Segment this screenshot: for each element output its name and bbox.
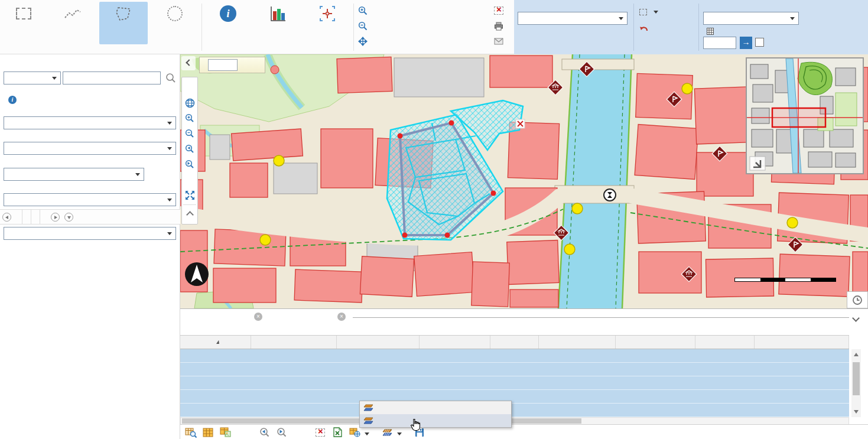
ich-will-input[interactable]: [208, 59, 238, 71]
zoom-position-button[interactable]: [304, 2, 351, 44]
auswahl-dropdown[interactable]: [4, 227, 176, 240]
table-row[interactable]: [180, 376, 849, 390]
full-extent-button[interactable]: [183, 187, 197, 203]
ansicht-dropdown[interactable]: [4, 116, 176, 129]
snap-checkbox[interactable]: [755, 38, 764, 47]
column-header[interactable]: [337, 336, 420, 349]
ribbon-toolbar: i: [0, 0, 868, 54]
scrollbar-thumb[interactable]: [853, 362, 860, 395]
pan-extent-button[interactable]: [358, 35, 370, 47]
close-tab-icon[interactable]: [337, 313, 346, 321]
column-header[interactable]: [539, 336, 616, 349]
map-viewport[interactable]: [180, 54, 868, 308]
tabs-scroll-right-button[interactable]: [51, 213, 60, 222]
chevron-down-icon[interactable]: [397, 427, 403, 438]
previous-extent-button[interactable]: [183, 141, 197, 157]
zoom-to-selection-icon[interactable]: [184, 426, 198, 439]
collapse-toolbar-button[interactable]: [183, 207, 197, 222]
polyline-selection-button[interactable]: [47, 2, 98, 44]
grid-icon[interactable]: [707, 28, 714, 35]
round-building: [271, 66, 279, 74]
column-header[interactable]: [180, 336, 251, 349]
scroll-up-icon[interactable]: [854, 353, 859, 356]
tabs-overflow-button[interactable]: [64, 213, 73, 222]
excel-export-icon[interactable]: [330, 426, 344, 439]
info-icon[interactable]: i: [8, 96, 17, 104]
massstab-dropdown[interactable]: [4, 193, 176, 206]
bus-stop-icon: [682, 83, 693, 94]
search-icon[interactable]: [165, 73, 176, 83]
tab-themenbaum[interactable]: [22, 209, 31, 225]
table-row[interactable]: [180, 349, 849, 363]
identify-button[interactable]: i: [204, 2, 252, 44]
boxselektion-button[interactable]: [1, 2, 46, 44]
attribute-table-icon[interactable]: [201, 426, 215, 439]
history-clock-button[interactable]: [847, 291, 868, 308]
send-map-button[interactable]: [494, 35, 506, 47]
column-header[interactable]: [755, 336, 849, 349]
scroll-down-icon[interactable]: [854, 410, 859, 414]
table-row[interactable]: [180, 404, 849, 417]
table-image-icon[interactable]: [218, 426, 232, 439]
scale-bar: [734, 277, 836, 282]
overview-map[interactable]: [746, 57, 864, 174]
zoom-in-extent-button[interactable]: [358, 5, 370, 17]
forward-arrow-icon[interactable]: [291, 426, 305, 439]
next-extent-button[interactable]: [183, 157, 197, 172]
center-map-button[interactable]: [183, 172, 197, 187]
chevron-down-icon: [167, 199, 172, 201]
polygon-icon: [115, 5, 132, 22]
clear-selection-icon[interactable]: [313, 426, 327, 439]
distanz-input[interactable]: [703, 37, 736, 49]
vertical-scrollbar[interactable]: [851, 349, 861, 417]
zuruecksetzen-button[interactable]: [639, 22, 651, 34]
next-record-icon[interactable]: [274, 426, 288, 439]
tab-themen-clipped[interactable]: [40, 209, 48, 225]
tab-suchen[interactable]: [14, 209, 22, 225]
column-header[interactable]: [251, 336, 337, 349]
apply-distance-button[interactable]: →: [740, 37, 752, 49]
tabs-scroll-left-button[interactable]: [2, 213, 11, 222]
table-row[interactable]: [180, 363, 849, 376]
globe-button[interactable]: [183, 95, 197, 110]
collapse-panel-button[interactable]: [853, 313, 859, 323]
refresh-button[interactable]: [183, 80, 197, 95]
grundkarten-dropdown[interactable]: [4, 142, 176, 155]
clear-selection-ribbon-button[interactable]: [494, 5, 506, 17]
close-tab-icon[interactable]: [254, 313, 262, 321]
crosshair-icon: [318, 5, 336, 22]
table-row[interactable]: [180, 390, 849, 404]
raster-query-button[interactable]: [254, 2, 301, 44]
theme-filter-dropdown[interactable]: [4, 71, 61, 84]
sidebar-collapse-button[interactable]: [181, 56, 196, 70]
previous-record-icon[interactable]: [257, 426, 271, 439]
circle-selection-button[interactable]: [149, 2, 201, 44]
zoom-out-button[interactable]: [183, 126, 197, 141]
column-header[interactable]: [420, 336, 490, 349]
tab-legende[interactable]: [31, 209, 40, 225]
print-button[interactable]: [494, 20, 506, 32]
ich-will-widget[interactable]: [199, 57, 265, 73]
bus-stop-icon: [260, 235, 271, 245]
zoom-in-button[interactable]: [183, 110, 197, 126]
polyline-icon: [64, 7, 82, 20]
selektieren-button[interactable]: [639, 6, 658, 18]
hand-cursor: [410, 418, 421, 434]
column-header[interactable]: [695, 336, 755, 349]
fangprofil-dropdown[interactable]: [703, 12, 799, 25]
info-icon: i: [220, 5, 236, 22]
menu-item-export-dwg[interactable]: [360, 414, 511, 427]
selektionsthema-dropdown[interactable]: [518, 12, 628, 25]
search-input[interactable]: [63, 71, 161, 84]
menu-item-export-fgdb[interactable]: [360, 401, 511, 414]
box-selection-icon: [16, 8, 31, 19]
extent-rectangle[interactable]: [772, 108, 825, 127]
area-selection-button[interactable]: [99, 2, 148, 44]
overview-collapse-icon[interactable]: [750, 157, 765, 170]
kartenausschnitte-dropdown[interactable]: [4, 168, 144, 181]
column-header[interactable]: [490, 336, 539, 349]
column-header[interactable]: [616, 336, 695, 349]
back-arrow-icon[interactable]: [240, 426, 254, 439]
chevron-down-icon[interactable]: [365, 427, 370, 438]
zoom-out-extent-button[interactable]: [358, 20, 370, 32]
